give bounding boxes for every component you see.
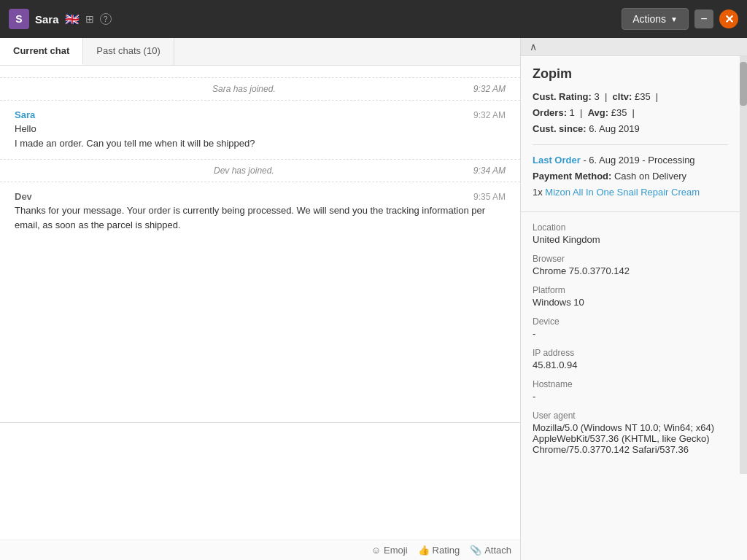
hostname-group: Hostname -: [533, 379, 728, 402]
agent-name: Sara: [35, 13, 59, 26]
visitor-info-section: Location United Kingdom Browser Chrome 7…: [521, 212, 740, 474]
system-message-time: 9:32 AM: [473, 84, 506, 94]
sidebar-inner: Zopim Cust. Rating: 3 | cltv: £35 | Orde…: [521, 56, 747, 474]
platform-value: Windows 10: [533, 297, 728, 308]
browser-value: Chrome 75.0.3770.142: [533, 265, 728, 276]
cltv-value: £35: [635, 91, 651, 102]
system-message-time-dev: 9:34 AM: [473, 166, 506, 176]
sidebar-collapse-bar[interactable]: ∧: [521, 38, 747, 56]
payment-method-value: Cash on Delivery: [614, 171, 686, 182]
emoji-button[interactable]: ☺ Emoji: [371, 545, 408, 556]
orders-row: Orders: 1 | Avg: £35 |: [533, 105, 728, 121]
rating-value: 3: [595, 91, 600, 102]
scrollbar-track[interactable]: [740, 56, 747, 474]
cust-since-value: 6. Aug 2019: [589, 123, 639, 134]
location-group: Location United Kingdom: [533, 222, 728, 245]
location-value: United Kingdom: [533, 234, 728, 245]
emoji-icon: ☺: [371, 545, 381, 556]
sender-name-sara: Sara: [15, 109, 35, 120]
product-link[interactable]: Mizon All In One Snail Repair Cream: [545, 187, 700, 198]
ip-value: 45.81.0.94: [533, 359, 728, 370]
message-header: Sara 9:32 AM: [15, 109, 506, 120]
cltv-label: cltv:: [613, 91, 632, 102]
attach-icon: 📎: [470, 545, 481, 556]
message-time-dev: 9:35 AM: [473, 192, 506, 202]
avatar: S: [9, 9, 29, 29]
hostname-label: Hostname: [533, 379, 728, 389]
cust-since-label: Cust. since:: [533, 123, 587, 134]
minimize-button[interactable]: −: [694, 9, 713, 28]
tab-current-chat[interactable]: Current chat: [0, 38, 83, 65]
chevron-up-icon: ∧: [530, 41, 537, 52]
platform-group: Platform Windows 10: [533, 285, 728, 308]
last-order-info: Last Order - 6. Aug 2019 - Processing Pa…: [533, 152, 728, 201]
input-toolbar: ☺ Emoji 👍 Rating 📎 Attach: [0, 540, 520, 560]
scrollbar-thumb[interactable]: [740, 62, 747, 106]
system-message-joined-sara: Sara has joined. 9:32 AM: [0, 77, 520, 101]
attach-button[interactable]: 📎 Attach: [470, 545, 511, 556]
message-text-dev: Thanks for your message. Your order is c…: [15, 203, 506, 232]
customer-info-section: Zopim Cust. Rating: 3 | cltv: £35 | Orde…: [521, 56, 740, 212]
flag-icon: 🇬🇧: [65, 12, 80, 26]
device-label: Device: [533, 316, 728, 327]
useragent-value: Mozilla/5.0 (Windows NT 10.0; Win64; x64…: [533, 422, 728, 455]
message-sara: Sara 9:32 AM HelloI made an order. Can y…: [0, 105, 520, 155]
chat-messages: Sara has joined. 9:32 AM Sara 9:32 AM He…: [0, 66, 520, 422]
top-bar-actions: Actions ▼ − ✕: [622, 8, 738, 30]
device-value: -: [533, 328, 728, 339]
ip-label: IP address: [533, 348, 728, 358]
avg-value: £35: [611, 107, 627, 118]
payment-method-label: Payment Method:: [533, 171, 611, 182]
rating-label: Cust. Rating:: [533, 91, 592, 102]
brand-title: Zopim: [533, 66, 728, 82]
avg-label: Avg:: [588, 107, 608, 118]
message-text-sara: HelloI made an order. Can you tell me wh…: [15, 122, 506, 150]
right-sidebar: ∧ Zopim Cust. Rating: 3 | cltv: £35 |: [521, 38, 747, 560]
platform-label: Platform: [533, 285, 728, 295]
orders-value: 1: [570, 107, 575, 118]
main-content: Current chat Past chats (10) Sara has jo…: [0, 38, 747, 560]
close-button[interactable]: ✕: [719, 9, 738, 28]
sidebar-scroll: Zopim Cust. Rating: 3 | cltv: £35 | Orde…: [521, 56, 740, 474]
agent-info: S Sara 🇬🇧 ⊞ ?: [9, 9, 112, 29]
top-bar: S Sara 🇬🇧 ⊞ ? Actions ▼ − ✕: [0, 0, 747, 38]
system-message-text: Sara has joined.: [15, 84, 473, 94]
rating-button[interactable]: 👍 Rating: [418, 545, 460, 556]
browser-label: Browser: [533, 254, 728, 264]
chat-input[interactable]: [0, 423, 520, 540]
cust-since-row: Cust. since: 6. Aug 2019: [533, 121, 728, 137]
useragent-group: User agent Mozilla/5.0 (Windows NT 10.0;…: [533, 411, 728, 455]
product-qty: 1x: [533, 187, 545, 198]
location-label: Location: [533, 222, 728, 233]
hostname-value: -: [533, 391, 728, 402]
input-area: ☺ Emoji 👍 Rating 📎 Attach: [0, 422, 520, 560]
actions-button[interactable]: Actions ▼: [622, 8, 689, 30]
chat-tabs: Current chat Past chats (10): [0, 38, 520, 66]
useragent-label: User agent: [533, 411, 728, 421]
last-order-status: Processing: [648, 155, 694, 166]
device-group: Device -: [533, 316, 728, 339]
thumbs-up-icon: 👍: [418, 545, 430, 556]
chat-panel: Current chat Past chats (10) Sara has jo…: [0, 38, 521, 560]
tab-past-chats[interactable]: Past chats (10): [83, 38, 174, 65]
separator: [533, 144, 728, 145]
message-dev: Dev 9:35 AM Thanks for your message. You…: [0, 187, 520, 236]
help-icon[interactable]: ?: [100, 13, 112, 25]
message-time-sara: 9:32 AM: [473, 110, 506, 120]
browser-group: Browser Chrome 75.0.3770.142: [533, 254, 728, 276]
system-message-joined-dev: Dev has joined. 9:34 AM: [0, 159, 520, 182]
last-order-link[interactable]: Last Order: [533, 155, 581, 166]
customer-rating-row: Cust. Rating: 3 | cltv: £35 |: [533, 89, 728, 105]
chevron-down-icon: ▼: [670, 15, 678, 23]
last-order-date: - 6. Aug 2019 -: [583, 155, 645, 166]
ip-group: IP address 45.81.0.94: [533, 348, 728, 370]
windows-icon: ⊞: [85, 13, 94, 25]
orders-label: Orders:: [533, 107, 567, 118]
system-message-text-dev: Dev has joined.: [15, 166, 473, 176]
message-header-dev: Dev 9:35 AM: [15, 191, 506, 202]
sender-name-dev: Dev: [15, 191, 32, 202]
